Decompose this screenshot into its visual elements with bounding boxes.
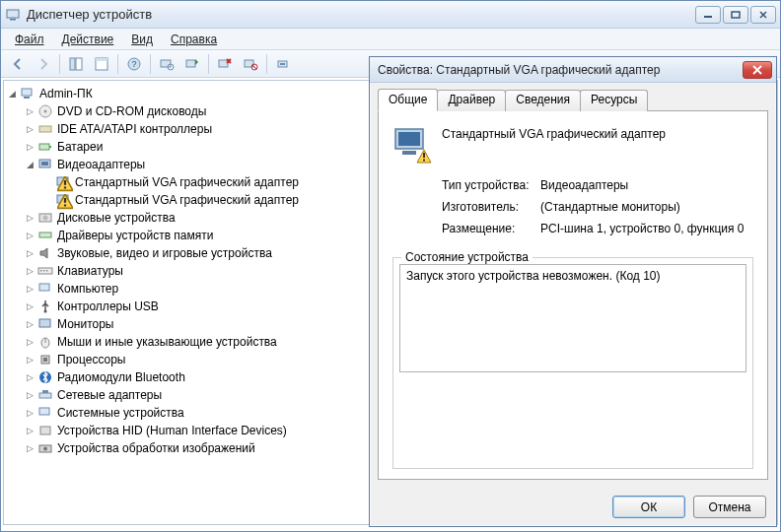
label-device-type: Тип устройства: [442,178,540,192]
display-adapter-icon [37,157,53,172]
tab-strip: Общие Драйвер Сведения Ресурсы [378,89,768,110]
back-button[interactable] [6,53,30,75]
svg-rect-1 [10,19,16,21]
menu-help[interactable]: Справка [163,31,225,48]
disable-button[interactable] [239,53,262,75]
tab-general[interactable]: Общие [378,89,438,111]
properties-dialog: Свойства: Стандартный VGA графический ад… [369,56,777,527]
battery-icon [37,139,53,155]
cancel-button[interactable]: Отмена [693,496,766,518]
add-legacy-hardware-button[interactable] [271,53,295,75]
device-status-textbox[interactable]: Запуск этого устройства невозможен. (Код… [399,264,746,372]
expand-icon[interactable]: ▷ [24,283,36,295]
collapse-icon[interactable]: ◢ [6,88,18,100]
window-title: Диспетчер устройств [27,7,695,22]
device-name: Стандартный VGA графический адаптер [442,125,666,141]
tab-driver[interactable]: Драйвер [437,90,506,111]
dialog-close-button[interactable] [743,61,772,79]
svg-rect-50 [39,408,49,415]
expand-icon[interactable]: ▷ [24,247,36,259]
svg-rect-24 [49,146,51,148]
computer-icon [20,86,36,101]
mouse-icon [37,334,53,350]
menu-view[interactable]: Вид [123,31,161,48]
svg-rect-51 [40,427,50,434]
titlebar: Диспетчер устройств [1,1,780,29]
device-large-icon [392,125,430,163]
update-driver-button[interactable] [180,53,204,75]
expand-icon[interactable]: ▷ [24,300,36,312]
dialog-footer: ОК Отмена [370,488,776,526]
svg-rect-23 [39,144,49,150]
monitor-icon [37,316,53,332]
svg-rect-38 [43,270,45,272]
computer-icon [37,281,53,297]
expand-icon[interactable]: ▷ [24,230,36,241]
svg-point-21 [44,110,47,113]
svg-rect-4 [70,58,75,70]
expand-icon[interactable]: ▷ [24,371,36,383]
menu-file[interactable]: Файл [7,31,52,48]
expand-icon[interactable]: ▷ [24,442,36,454]
dialog-body: Общие Драйвер Сведения Ресурсы Стандартн… [370,83,776,488]
expand-icon[interactable]: ▷ [24,407,36,419]
cpu-icon [37,352,53,367]
svg-rect-29 [64,186,66,188]
expand-icon[interactable]: ▷ [24,318,36,330]
maximize-button[interactable] [723,6,748,24]
svg-rect-57 [423,153,425,158]
system-device-icon [37,405,53,421]
uninstall-button[interactable] [213,53,237,75]
expand-icon[interactable]: ▷ [24,389,36,401]
tab-panel-general: Стандартный VGA графический адаптер Тип … [378,110,768,480]
disc-icon [37,103,53,119]
svg-rect-0 [7,10,19,18]
dialog-titlebar: Свойства: Стандартный VGA графический ад… [370,57,776,83]
label-location: Размещение: [442,222,540,235]
display-adapter-warning-icon [55,192,71,208]
expand-icon[interactable]: ▷ [24,105,36,117]
expand-icon[interactable]: ▷ [24,212,36,224]
forward-button[interactable] [32,53,55,75]
usb-icon [37,299,53,314]
expand-icon[interactable]: ▷ [24,336,36,348]
menu-action[interactable]: Действие [54,31,122,48]
display-adapter-warning-icon [55,174,71,190]
device-properties: Тип устройства:Видеоадаптеры Изготовител… [442,178,753,243]
collapse-icon[interactable]: ◢ [24,159,36,170]
window-controls [695,6,776,24]
tab-details[interactable]: Сведения [505,90,581,111]
ok-button[interactable]: ОК [612,496,685,518]
close-button[interactable] [750,6,776,24]
expand-icon[interactable]: ▷ [24,141,36,153]
expand-icon[interactable]: ▷ [24,265,36,277]
value-manufacturer: (Стандартные мониторы) [540,200,680,214]
svg-rect-49 [42,390,48,393]
svg-point-41 [44,310,47,313]
help-button[interactable]: ? [122,53,146,75]
app-icon [5,7,21,23]
svg-rect-19 [24,97,30,99]
ide-icon [37,121,53,137]
disk-icon [37,210,53,226]
svg-rect-2 [704,16,712,18]
expand-icon[interactable]: ▷ [24,354,36,366]
svg-rect-46 [43,358,47,362]
memory-icon [37,228,53,243]
svg-text:?: ? [131,59,136,69]
svg-rect-42 [39,319,50,327]
tab-resources[interactable]: Ресурсы [580,90,648,111]
svg-rect-10 [161,60,171,67]
svg-point-34 [43,216,48,221]
svg-rect-37 [40,270,42,272]
minimize-button[interactable] [695,6,721,24]
expand-icon[interactable]: ▷ [24,123,36,135]
hid-icon [37,423,53,438]
properties-button[interactable] [90,53,113,75]
svg-rect-58 [423,160,425,162]
svg-rect-55 [398,132,420,146]
show-console-tree-button[interactable] [64,53,88,75]
expand-icon[interactable]: ▷ [24,425,36,436]
scan-hardware-button[interactable] [155,53,178,75]
svg-rect-56 [402,151,416,155]
